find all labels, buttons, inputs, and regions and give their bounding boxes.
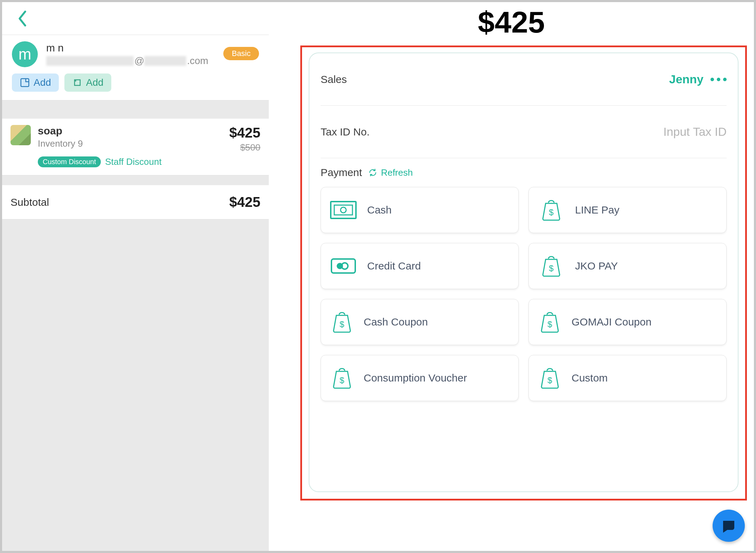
order-panel: m m n @ .com Basic A — [2, 2, 269, 551]
add-note-label: Add — [34, 77, 51, 88]
salesperson-name: Jenny — [669, 72, 704, 86]
salesperson-selector[interactable]: Jenny — [669, 72, 727, 86]
customer-name: m n — [46, 42, 208, 54]
item-name: soap — [38, 125, 229, 137]
payment-method-label: Custom — [572, 372, 608, 384]
svg-text:$: $ — [340, 320, 344, 329]
bag-icon: $ — [536, 308, 564, 336]
payment-method-label: LINE Pay — [575, 204, 620, 216]
payment-method-consumption-voucher[interactable]: $Consumption Voucher — [321, 355, 519, 401]
svg-point-1 — [75, 80, 76, 82]
item-thumbnail — [10, 125, 31, 145]
card-icon — [329, 252, 357, 280]
customer-card: m m n @ .com Basic A — [2, 35, 269, 100]
sales-label: Sales — [321, 74, 347, 85]
payment-method-label: Cash — [367, 204, 392, 216]
payment-method-gomaji-coupon[interactable]: $GOMAJI Coupon — [528, 299, 727, 345]
item-original-price: $500 — [229, 142, 260, 153]
bag-icon: $ — [537, 252, 565, 280]
checkout-card: Sales Jenny Tax ID No. Input Tax ID Paym… — [309, 52, 738, 492]
payment-label: Payment — [321, 167, 362, 178]
cart-item[interactable]: soap Inventory 9 $425 $500 Custom Discou… — [2, 119, 269, 175]
svg-point-4 — [341, 207, 346, 213]
bag-icon: $ — [328, 308, 356, 336]
tax-id-input[interactable]: Input Tax ID — [663, 125, 727, 139]
payment-method-label: Consumption Voucher — [364, 372, 467, 384]
payment-method-custom[interactable]: $Custom — [528, 355, 727, 401]
cash-icon — [329, 196, 357, 224]
item-price: $425 — [229, 125, 260, 141]
membership-badge: Basic — [223, 47, 259, 60]
svg-text:$: $ — [549, 208, 553, 217]
avatar: m — [12, 41, 38, 67]
payment-method-line-pay[interactable]: $LINE Pay — [528, 187, 727, 233]
payment-method-jko-pay[interactable]: $JKO PAY — [528, 243, 727, 289]
discount-name: Staff Discount — [105, 156, 161, 167]
item-inventory: Inventory 9 — [38, 138, 229, 149]
svg-text:$: $ — [547, 320, 552, 329]
svg-rect-0 — [21, 79, 29, 87]
bag-icon: $ — [537, 196, 565, 224]
refresh-button[interactable]: Refresh — [368, 167, 413, 178]
payment-method-label: GOMAJI Coupon — [572, 316, 651, 328]
tax-id-label: Tax ID No. — [321, 126, 370, 138]
payment-method-cash[interactable]: Cash — [321, 187, 519, 233]
svg-text:$: $ — [549, 264, 553, 273]
bag-icon: $ — [328, 364, 356, 392]
svg-text:$: $ — [547, 376, 552, 385]
bag-icon: $ — [536, 364, 564, 392]
payment-method-credit-card[interactable]: Credit Card — [321, 243, 519, 289]
chat-support-button[interactable] — [713, 510, 745, 542]
checkout-panel: $425 Sales Jenny Tax ID No. Input Tax ID… — [269, 2, 754, 551]
more-icon[interactable] — [710, 78, 727, 81]
payment-method-label: Cash Coupon — [364, 316, 428, 328]
add-tag-button[interactable]: Add — [64, 74, 111, 92]
refresh-label: Refresh — [381, 167, 413, 178]
customer-email: @ .com — [46, 55, 208, 66]
payment-method-cash-coupon[interactable]: $Cash Coupon — [321, 299, 519, 345]
total-amount: $425 — [269, 5, 754, 40]
back-icon[interactable] — [17, 10, 28, 27]
svg-rect-3 — [334, 205, 352, 215]
payment-method-label: Credit Card — [367, 260, 421, 272]
subtotal-amount: $425 — [229, 194, 260, 210]
add-tag-label: Add — [86, 77, 104, 88]
payment-method-label: JKO PAY — [575, 260, 618, 272]
svg-text:$: $ — [340, 376, 344, 385]
subtotal-row: Subtotal $425 — [2, 185, 269, 219]
add-note-button[interactable]: Add — [12, 74, 59, 92]
subtotal-label: Subtotal — [10, 196, 49, 208]
svg-rect-6 — [331, 259, 355, 273]
discount-badge: Custom Discount — [38, 156, 101, 167]
